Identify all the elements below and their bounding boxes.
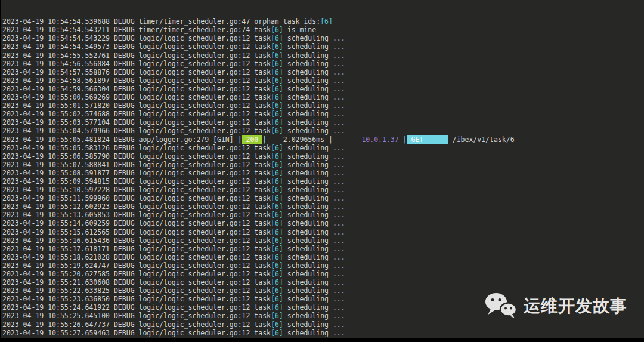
log-segment-cyan: [6] bbox=[271, 202, 283, 211]
log-segment-cyan: [6] bbox=[271, 211, 283, 219]
log-segment-cyan: [6] bbox=[271, 118, 283, 127]
log-line: 2023-04-19 10:54:59.566304 DEBUG logic/l… bbox=[2, 85, 644, 93]
log-segment-fg: 2023-04-19 10:55:05.583126 DEBUG logic/l… bbox=[2, 144, 271, 152]
log-line: 2023-04-19 10:54:54.543229 DEBUG logic/l… bbox=[2, 34, 644, 42]
log-segment-cyan: [6] bbox=[271, 286, 283, 295]
log-segment-fg: | 2.029656ms | bbox=[262, 135, 361, 144]
log-segment-fg: scheduling ... bbox=[283, 253, 345, 261]
log-segment-fg: 2023-04-19 10:55:12.602923 DEBUG logic/l… bbox=[2, 202, 271, 211]
log-segment-fg: scheduling ... bbox=[283, 85, 345, 93]
left-border bbox=[0, 0, 1, 342]
log-line: 2023-04-19 10:55:13.605853 DEBUG logic/l… bbox=[2, 211, 644, 219]
log-segment-cyan: [6] bbox=[271, 34, 283, 42]
log-segment-cyan: [6] bbox=[271, 26, 283, 34]
log-segment-fg: scheduling ... bbox=[283, 93, 345, 101]
log-segment-fg: scheduling ... bbox=[283, 202, 345, 211]
log-line: 2023-04-19 10:55:08.591877 DEBUG logic/l… bbox=[2, 169, 644, 177]
log-segment-fg: scheduling ... bbox=[283, 144, 345, 152]
log-line: 2023-04-19 10:55:16.615436 DEBUG logic/l… bbox=[2, 236, 644, 245]
log-segment-fg: 2023-04-19 10:55:01.571820 DEBUG logic/l… bbox=[2, 101, 271, 110]
log-segment-cyan: [6] bbox=[320, 17, 333, 26]
log-segment-cyan: [6] bbox=[271, 186, 283, 194]
log-line: 2023-04-19 10:54:54.543211 DEBUG timer/t… bbox=[2, 26, 644, 34]
log-line: 2023-04-19 10:55:06.585790 DEBUG logic/l… bbox=[2, 152, 644, 161]
log-line: 2023-04-19 10:55:26.647737 DEBUG logic/l… bbox=[2, 321, 644, 329]
log-segment-fg: 2023-04-19 10:55:22.633825 DEBUG logic/l… bbox=[2, 286, 271, 295]
log-lines: 2023-04-19 10:54:54.539688 DEBUG timer/t… bbox=[2, 17, 644, 338]
log-segment-fg: scheduling ... bbox=[283, 161, 345, 169]
log-segment-fg: scheduling ... bbox=[283, 110, 345, 118]
log-segment-cyan: [6] bbox=[271, 177, 283, 186]
log-segment-fg: 2023-04-19 10:55:07.588841 DEBUG logic/l… bbox=[2, 161, 271, 169]
log-segment-fg: scheduling ... bbox=[283, 211, 345, 219]
log-segment-cyan: [6] bbox=[271, 144, 283, 152]
log-segment-fg: 2023-04-19 10:54:54.543211 DEBUG timer/t… bbox=[2, 26, 271, 34]
log-segment-fg: 2023-04-19 10:54:54.549573 DEBUG logic/l… bbox=[2, 42, 271, 51]
log-segment-fg: 2023-04-19 10:55:23.636850 DEBUG logic/l… bbox=[2, 295, 271, 303]
log-segment-fg: 2023-04-19 10:55:27.659463 DEBUG logic/l… bbox=[2, 329, 271, 337]
log-segment-fg: 2023-04-19 10:55:17.618171 DEBUG logic/l… bbox=[2, 245, 271, 253]
log-segment-badge-green: 200 bbox=[242, 135, 263, 144]
terminal-screen[interactable]: 2023-04-19 10:54:54.539688 DEBUG timer/t… bbox=[1, 0, 644, 338]
log-segment-fg: 2023-04-19 10:55:02.574688 DEBUG logic/l… bbox=[2, 110, 271, 118]
log-segment-fg: 2023-04-19 10:55:06.585790 DEBUG logic/l… bbox=[2, 152, 271, 161]
log-line: 2023-04-19 10:55:02.574688 DEBUG logic/l… bbox=[2, 110, 644, 118]
log-segment-fg: scheduling ... bbox=[283, 127, 345, 135]
log-segment-cyan: [6] bbox=[271, 321, 283, 329]
log-segment-cyan: [6] bbox=[271, 85, 283, 93]
log-line: 2023-04-19 10:55:10.597228 DEBUG logic/l… bbox=[2, 186, 644, 194]
log-segment-fg: scheduling ... bbox=[283, 219, 345, 227]
log-line: 2023-04-19 10:55:09.594815 DEBUG logic/l… bbox=[2, 177, 644, 186]
log-segment-fg: 2023-04-19 10:55:10.597228 DEBUG logic/l… bbox=[2, 186, 271, 194]
log-segment-cyan: [6] bbox=[271, 169, 283, 177]
terminal-window: 2023-04-19 10:54:54.539688 DEBUG timer/t… bbox=[0, 0, 644, 342]
log-segment-fg: 2023-04-19 10:54:54.539688 DEBUG timer/t… bbox=[2, 17, 320, 26]
log-segment-fg: scheduling ... bbox=[283, 236, 345, 245]
log-line: 2023-04-19 10:54:54.549573 DEBUG logic/l… bbox=[2, 42, 644, 51]
log-segment-cyan: [6] bbox=[271, 329, 283, 337]
log-segment-fg: scheduling ... bbox=[283, 51, 345, 60]
log-segment-fg: 2023-04-19 10:55:20.627585 DEBUG logic/l… bbox=[2, 270, 271, 278]
log-segment-fg: scheduling ... bbox=[283, 68, 345, 76]
log-segment-cyan: [6] bbox=[271, 161, 283, 169]
log-segment-cyan: [6] bbox=[271, 110, 283, 118]
log-segment-fg: | bbox=[399, 135, 407, 144]
log-segment-fg: scheduling ... bbox=[283, 42, 345, 51]
log-segment-fg: 2023-04-19 10:55:08.591877 DEBUG logic/l… bbox=[2, 169, 271, 177]
log-segment-cyan: [6] bbox=[271, 303, 283, 312]
log-segment-fg: 2023-04-19 10:55:11.599960 DEBUG logic/l… bbox=[2, 194, 271, 202]
log-segment-fg: 2023-04-19 10:55:16.615436 DEBUG logic/l… bbox=[2, 236, 271, 245]
log-output[interactable]: 2023-04-19 10:54:54.539688 DEBUG timer/t… bbox=[1, 0, 644, 338]
log-segment-fg: scheduling ... bbox=[283, 101, 345, 110]
log-segment-fg: scheduling ... bbox=[283, 270, 345, 278]
log-line: 2023-04-19 10:55:17.618171 DEBUG logic/l… bbox=[2, 245, 644, 253]
log-line: 2023-04-19 10:55:20.627585 DEBUG logic/l… bbox=[2, 270, 644, 278]
log-line: 2023-04-19 10:54:54.539688 DEBUG timer/t… bbox=[2, 17, 644, 26]
log-segment-fg: scheduling ... bbox=[283, 278, 345, 286]
log-segment-cyan: [6] bbox=[271, 236, 283, 245]
log-segment-fg: /ibex/v1/task/6 bbox=[448, 135, 515, 144]
log-segment-fg: scheduling ... bbox=[283, 118, 345, 127]
log-segment-fg: scheduling ... bbox=[283, 169, 345, 177]
log-segment-fg: 2023-04-19 10:55:24.641922 DEBUG logic/l… bbox=[2, 303, 271, 312]
log-segment-fg: scheduling ... bbox=[283, 228, 345, 236]
wechat-icon bbox=[484, 292, 518, 321]
log-segment-cyan: [6] bbox=[271, 253, 283, 261]
log-line: 2023-04-19 10:54:57.558876 DEBUG logic/l… bbox=[2, 68, 644, 76]
log-segment-fg: scheduling ... bbox=[283, 60, 345, 68]
log-segment-fg: 2023-04-19 10:55:04.579966 DEBUG logic/l… bbox=[2, 127, 271, 135]
log-line: 2023-04-19 10:54:55.552761 DEBUG logic/l… bbox=[2, 51, 644, 60]
log-line: 2023-04-19 10:55:27.659463 DEBUG logic/l… bbox=[2, 329, 644, 337]
log-line: 2023-04-19 10:55:12.602923 DEBUG logic/l… bbox=[2, 202, 644, 211]
log-segment-fg: is mine bbox=[283, 26, 316, 34]
log-segment-badge-cyan: GET bbox=[407, 135, 448, 144]
log-line: 2023-04-19 10:55:18.621028 DEBUG logic/l… bbox=[2, 253, 644, 261]
log-line: 2023-04-19 10:55:11.599960 DEBUG logic/l… bbox=[2, 194, 644, 202]
log-segment-cyan: [6] bbox=[271, 270, 283, 278]
log-line: 2023-04-19 10:55:07.588841 DEBUG logic/l… bbox=[2, 161, 644, 169]
log-segment-fg: 2023-04-19 10:55:19.624747 DEBUG logic/l… bbox=[2, 261, 271, 270]
log-segment-fg: scheduling ... bbox=[283, 329, 345, 337]
log-segment-fg: scheduling ... bbox=[283, 295, 345, 303]
log-line: 2023-04-19 10:55:15.612565 DEBUG logic/l… bbox=[2, 228, 644, 236]
log-segment-fg: 2023-04-19 10:54:55.552761 DEBUG logic/l… bbox=[2, 51, 271, 60]
